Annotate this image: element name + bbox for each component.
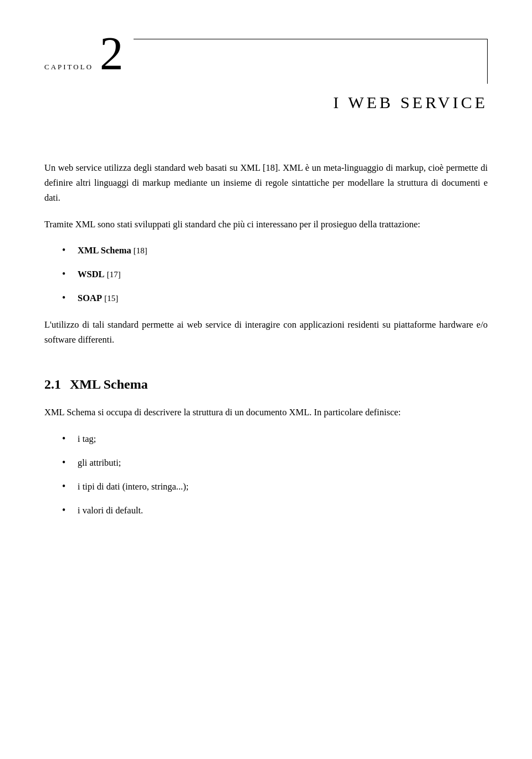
section-number: 2.1 [44,374,61,395]
list-item-tipi: i tipi di dati (intero, stringa...); [78,479,488,494]
tipi-label: i tipi di dati (intero, stringa...); [78,481,188,492]
header-top-line [134,39,488,39]
list-item-xml-schema: XML Schema [18] [78,243,488,258]
xml-schema-cite: [18] [134,246,147,255]
soap-label: SOAP [78,293,102,303]
header-line-right: I WEB SERVICE [134,33,488,116]
utilizzo-paragraph: L'utilizzo di tali standard permette ai … [44,317,488,347]
chapter-number: 2 [100,33,124,73]
section-intro-paragraph: XML Schema si occupa di descrivere la st… [44,405,488,420]
list-item-soap: SOAP [15] [78,291,488,305]
attributi-label: gli attributi; [78,457,121,468]
wsdl-cite: [17] [107,270,121,279]
tag-label: i tag; [78,434,96,444]
list-item-wsdl: WSDL [17] [78,267,488,282]
list-item-tag: i tag; [78,431,488,446]
soap-cite: [15] [104,294,118,303]
list-item-attributi: gli attributi; [78,455,488,470]
valori-label: i valori di default. [78,505,143,516]
chapter-label-block: CAPITOLO 2 [44,33,124,73]
header-right-vertical-line [487,39,488,84]
wsdl-label: WSDL [78,269,105,279]
intro-paragraph: Un web service utilizza degli standard w… [44,160,488,206]
section-title: XML Schema [70,374,148,395]
chapter-title-area: I WEB SERVICE [134,89,488,116]
tramite-paragraph: Tramite XML sono stati sviluppati gli st… [44,217,488,232]
page: CAPITOLO 2 I WEB SERVICE Un web service … [0,0,532,759]
list-item-valori: i valori di default. [78,503,488,518]
chapter-title: I WEB SERVICE [333,93,488,111]
capitolo-label: CAPITOLO [44,62,93,73]
standards-list: XML Schema [18] WSDL [17] SOAP [15] [78,243,488,306]
xml-schema-list: i tag; gli attributi; i tipi di dati (in… [78,431,488,518]
xml-schema-label: XML Schema [78,245,131,256]
section-2-1-heading: 2.1 XML Schema [44,374,488,395]
chapter-header: CAPITOLO 2 I WEB SERVICE [44,33,488,116]
